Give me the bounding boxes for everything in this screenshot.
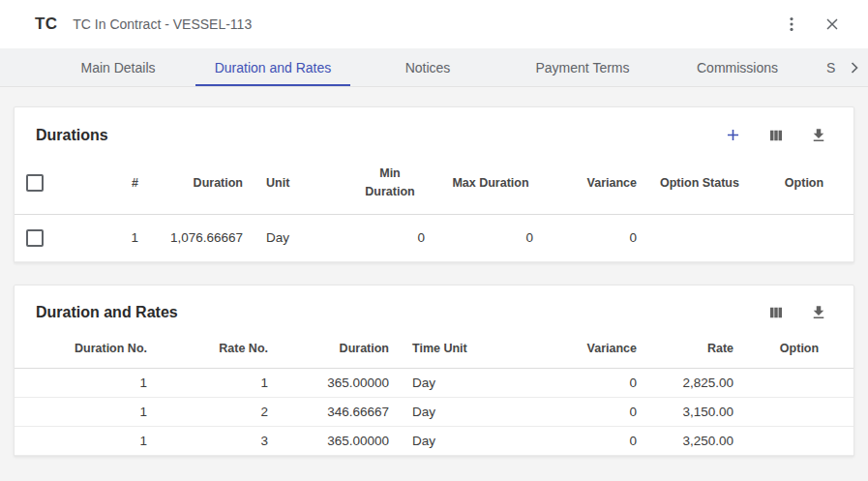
tab-payment-terms[interactable]: Payment Terms xyxy=(505,48,660,86)
cell-rate: 3,150.00 xyxy=(648,398,745,427)
view-columns-icon xyxy=(767,304,785,321)
close-button[interactable] xyxy=(820,12,845,37)
rates-col-duration: Duration xyxy=(280,336,401,369)
rates-column-settings-button[interactable] xyxy=(764,301,788,324)
window-title: TC In Contract - VESSEL-113 xyxy=(73,16,252,32)
kebab-menu-icon xyxy=(782,15,801,34)
window-titlebar: TC TC In Contract - VESSEL-113 xyxy=(0,0,868,48)
durations-card: Durations xyxy=(14,106,854,263)
cell-option xyxy=(745,427,853,456)
rates-table-row[interactable]: 1 3 365.00000 Day 0 3,250.00 xyxy=(15,427,853,456)
rates-export-download-button[interactable] xyxy=(807,301,830,324)
duration-and-rates-card-actions xyxy=(764,301,830,324)
cell-option xyxy=(745,398,853,427)
column-settings-button[interactable] xyxy=(764,124,788,147)
tab-notices[interactable]: Notices xyxy=(350,48,505,86)
chevron-right-icon xyxy=(845,58,864,77)
tab-duration-and-rates[interactable]: Duration and Rates xyxy=(195,48,350,86)
rates-col-rate: Rate xyxy=(648,336,745,369)
cell-rate-no: 3 xyxy=(159,427,280,456)
tab-scroll-right-button[interactable] xyxy=(843,56,866,79)
durations-card-header: Durations xyxy=(15,107,853,159)
durations-card-actions xyxy=(721,123,830,147)
rates-col-rate-no: Rate No. xyxy=(159,336,280,369)
cell-rate-no: 2 xyxy=(159,398,280,427)
duration-and-rates-card-header: Duration and Rates xyxy=(15,286,853,336)
tc-in-contract-window: TC TC In Contract - VESSEL-113 Main Deta… xyxy=(0,0,868,457)
cell-option xyxy=(745,369,853,398)
titlebar-actions xyxy=(779,12,845,37)
cell-rate-no: 1 xyxy=(159,369,280,398)
durations-col-option-status: Option Status xyxy=(648,159,755,214)
cell-max-duration: 0 xyxy=(436,214,545,261)
duration-and-rates-card: Duration and Rates xyxy=(14,285,854,457)
cell-duration: 365.00000 xyxy=(280,369,401,398)
cell-variance: 0 xyxy=(507,369,648,398)
cell-time-unit: Day xyxy=(401,427,507,456)
rates-col-time-unit: Time Unit xyxy=(401,336,507,369)
cell-duration: 346.66667 xyxy=(280,398,401,427)
select-all-checkbox[interactable] xyxy=(26,174,44,192)
durations-header-row: # Duration Unit Min Duration Max Duratio… xyxy=(15,159,853,214)
cell-variance: 0 xyxy=(507,427,648,456)
cell-option xyxy=(755,214,853,261)
cell-variance: 0 xyxy=(545,214,648,261)
more-options-button[interactable] xyxy=(779,12,804,37)
add-duration-button[interactable] xyxy=(721,123,745,147)
rates-col-option: Option xyxy=(745,336,853,369)
plus-icon xyxy=(724,126,742,144)
cell-duration-no: 1 xyxy=(15,398,159,427)
durations-col-option: Option xyxy=(755,159,853,214)
cell-duration: 1,076.66667 xyxy=(150,214,254,261)
cell-rate: 2,825.00 xyxy=(648,369,745,398)
durations-col-max-duration: Max Duration xyxy=(436,159,545,214)
app-logo: TC xyxy=(35,15,57,34)
cell-time-unit: Day xyxy=(401,398,507,427)
contract-tabbar: Main Details Duration and Rates Notices … xyxy=(0,48,868,87)
durations-col-unit: Unit xyxy=(254,159,344,214)
content-area: Durations xyxy=(0,87,868,457)
cell-duration-no: 1 xyxy=(15,427,159,456)
cell-min-duration: 0 xyxy=(344,214,436,261)
cell-num: 1 xyxy=(76,214,150,261)
rates-col-duration-no: Duration No. xyxy=(15,336,159,369)
rates-table-row[interactable]: 1 1 365.00000 Day 0 2,825.00 xyxy=(15,369,853,398)
close-icon xyxy=(823,15,842,34)
durations-col-min-duration: Min Duration xyxy=(344,159,436,214)
duration-and-rates-table: Duration No. Rate No. Duration Time Unit… xyxy=(15,336,853,456)
cell-rate: 3,250.00 xyxy=(648,427,745,456)
tab-commissions[interactable]: Commissions xyxy=(660,48,815,86)
durations-table-row[interactable]: 1 1,076.66667 Day 0 0 0 xyxy=(15,214,853,261)
rates-col-variance: Variance xyxy=(507,336,648,369)
durations-table: # Duration Unit Min Duration Max Duratio… xyxy=(15,159,853,262)
durations-col-duration: Duration xyxy=(150,159,254,214)
durations-col-num: # xyxy=(76,159,150,214)
cell-duration: 365.00000 xyxy=(280,427,401,456)
export-download-button[interactable] xyxy=(807,124,830,147)
tab-main-details[interactable]: Main Details xyxy=(41,48,195,86)
rates-table-row[interactable]: 1 2 346.66667 Day 0 3,150.00 xyxy=(15,398,853,427)
durations-title: Durations xyxy=(36,127,108,144)
row-select-checkbox[interactable] xyxy=(26,229,44,247)
duration-and-rates-title: Duration and Rates xyxy=(36,304,178,321)
cell-unit: Day xyxy=(254,214,344,261)
durations-col-variance: Variance xyxy=(545,159,648,214)
download-icon xyxy=(810,304,827,321)
rates-header-row: Duration No. Rate No. Duration Time Unit… xyxy=(15,336,853,369)
view-columns-icon xyxy=(767,127,785,144)
download-icon xyxy=(810,127,827,144)
cell-variance: 0 xyxy=(507,398,648,427)
cell-time-unit: Day xyxy=(401,369,507,398)
cell-option-status xyxy=(648,214,755,261)
cell-duration-no: 1 xyxy=(15,369,159,398)
